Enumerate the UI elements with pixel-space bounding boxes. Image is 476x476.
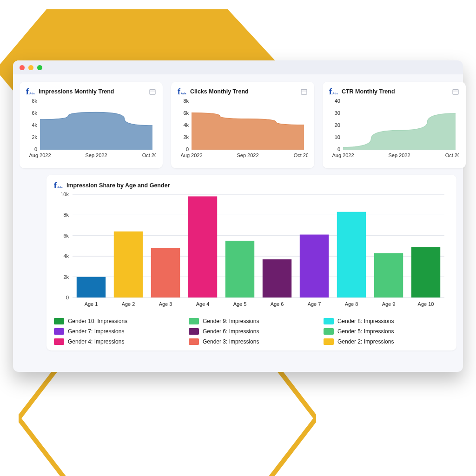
legend-swatch xyxy=(324,328,334,335)
calendar-icon[interactable] xyxy=(149,88,156,95)
legend-item: Gender 2: Impressions xyxy=(324,338,449,345)
svg-text:0: 0 xyxy=(66,295,69,300)
facebook-ads-icon: fAds xyxy=(26,87,35,96)
svg-text:6k: 6k xyxy=(183,110,189,116)
svg-text:10: 10 xyxy=(335,134,340,140)
svg-text:8k: 8k xyxy=(63,212,69,218)
legend-item: Gender 5: Impressions xyxy=(324,328,449,335)
facebook-ads-icon: fAds xyxy=(178,87,186,96)
svg-text:Aug 2022: Aug 2022 xyxy=(332,152,354,158)
svg-text:2k: 2k xyxy=(63,274,69,280)
svg-text:10k: 10k xyxy=(60,192,69,197)
legend-item: Gender 7: Impressions xyxy=(54,328,179,335)
svg-text:4k: 4k xyxy=(63,253,69,259)
svg-text:Age 7: Age 7 xyxy=(308,301,321,307)
svg-rect-2 xyxy=(150,89,155,94)
svg-text:8k: 8k xyxy=(32,99,37,104)
legend-label: Gender 6: Impressions xyxy=(203,328,259,335)
legend-item: Gender 10: Impressions xyxy=(54,318,179,324)
svg-text:30: 30 xyxy=(335,110,340,116)
bar xyxy=(374,253,403,298)
legend-swatch xyxy=(189,328,199,335)
bar xyxy=(77,277,106,298)
bar xyxy=(300,235,329,298)
bar xyxy=(263,259,291,298)
legend-item: Gender 3: Impressions xyxy=(189,338,314,345)
facebook-ads-icon: fAds xyxy=(329,87,338,96)
svg-text:Aug 2022: Aug 2022 xyxy=(29,152,51,158)
svg-text:8k: 8k xyxy=(183,99,189,104)
svg-text:Age 5: Age 5 xyxy=(233,301,247,307)
svg-text:6k: 6k xyxy=(32,110,37,116)
bar xyxy=(188,196,217,298)
svg-text:4k: 4k xyxy=(183,122,189,128)
bar-chart-legend: Gender 10: ImpressionsGender 9: Impressi… xyxy=(54,318,449,345)
legend-label: Gender 4: Impressions xyxy=(68,338,124,345)
svg-text:Oct 2022: Oct 2022 xyxy=(445,152,459,158)
svg-marker-1 xyxy=(19,358,316,476)
legend-swatch xyxy=(189,338,199,345)
legend-swatch xyxy=(54,338,64,345)
legend-swatch xyxy=(324,318,334,324)
legend-label: Gender 2: Impressions xyxy=(337,338,394,345)
mini-chart-card: fAds CTR Monthly Trend 010203040Aug 2022… xyxy=(323,82,466,168)
svg-text:Age 10: Age 10 xyxy=(418,301,434,307)
legend-label: Gender 5: Impressions xyxy=(337,328,394,335)
svg-text:Age 6: Age 6 xyxy=(271,301,284,307)
legend-label: Gender 10: Impressions xyxy=(68,318,127,324)
maximize-dot-icon[interactable] xyxy=(37,65,42,70)
bar xyxy=(225,241,254,298)
svg-text:Age 1: Age 1 xyxy=(85,301,98,307)
legend-item: Gender 9: Impressions xyxy=(189,318,314,324)
facebook-ads-icon: fAds xyxy=(54,181,63,190)
mini-chart-card: fAds Clicks Monthly Trend 02k4k6k8kAug 2… xyxy=(171,82,314,168)
legend-swatch xyxy=(54,328,64,335)
legend-item: Gender 8: Impressions xyxy=(324,318,449,324)
calendar-icon[interactable] xyxy=(300,88,308,95)
svg-text:Age 3: Age 3 xyxy=(159,301,172,307)
svg-text:40: 40 xyxy=(335,99,340,104)
mini-chart-title: Impressions Monthly Trend xyxy=(39,88,114,95)
mini-chart-title: CTR Monthly Trend xyxy=(342,88,395,95)
legend-swatch xyxy=(54,318,64,324)
minimize-dot-icon[interactable] xyxy=(28,65,33,70)
mini-chart-title: Clicks Monthly Trend xyxy=(190,88,249,95)
svg-text:6k: 6k xyxy=(63,233,69,238)
svg-text:Aug 2022: Aug 2022 xyxy=(180,152,202,158)
svg-text:0: 0 xyxy=(186,146,189,152)
big-chart-title: Impression Share by Age and Gender xyxy=(66,182,170,189)
legend-label: Gender 7: Impressions xyxy=(68,328,124,335)
svg-text:Oct 2022: Oct 2022 xyxy=(142,152,156,158)
svg-text:Sep 2022: Sep 2022 xyxy=(85,152,107,158)
svg-text:Age 4: Age 4 xyxy=(196,301,210,307)
impression-share-bar-chart: 02k4k6k8k10kAge 1Age 2Age 3Age 4Age 5Age… xyxy=(54,190,449,312)
legend-swatch xyxy=(189,318,199,324)
svg-text:Age 9: Age 9 xyxy=(382,301,396,307)
svg-rect-15 xyxy=(301,89,307,94)
svg-text:Sep 2022: Sep 2022 xyxy=(388,152,410,158)
calendar-icon[interactable] xyxy=(452,88,459,95)
svg-text:Oct 2022: Oct 2022 xyxy=(294,152,308,158)
window-chrome xyxy=(13,60,463,74)
svg-text:2k: 2k xyxy=(183,134,189,140)
svg-text:Sep 2022: Sep 2022 xyxy=(237,152,258,158)
legend-label: Gender 9: Impressions xyxy=(203,318,259,324)
legend-label: Gender 8: Impressions xyxy=(337,318,394,324)
legend-item: Gender 4: Impressions xyxy=(54,338,179,345)
bar xyxy=(337,212,366,298)
bar xyxy=(411,247,440,298)
mini-area-chart: 02k4k6k8kAug 2022Sep 2022Oct 2022 xyxy=(26,99,156,164)
legend-item: Gender 6: Impressions xyxy=(189,328,314,335)
svg-text:0: 0 xyxy=(337,146,340,152)
svg-rect-28 xyxy=(453,89,458,94)
svg-text:4k: 4k xyxy=(32,122,37,128)
svg-text:20: 20 xyxy=(335,122,340,128)
mini-area-chart: 02k4k6k8kAug 2022Sep 2022Oct 2022 xyxy=(178,99,308,164)
app-window: fAds Impressions Monthly Trend 02k4k6k8k… xyxy=(13,60,463,372)
bar xyxy=(114,231,143,298)
mini-area-chart: 010203040Aug 2022Sep 2022Oct 2022 xyxy=(329,99,459,164)
svg-text:Age 8: Age 8 xyxy=(345,301,358,307)
svg-text:0: 0 xyxy=(34,146,37,152)
close-dot-icon[interactable] xyxy=(20,65,25,70)
svg-text:Age 2: Age 2 xyxy=(122,301,135,307)
